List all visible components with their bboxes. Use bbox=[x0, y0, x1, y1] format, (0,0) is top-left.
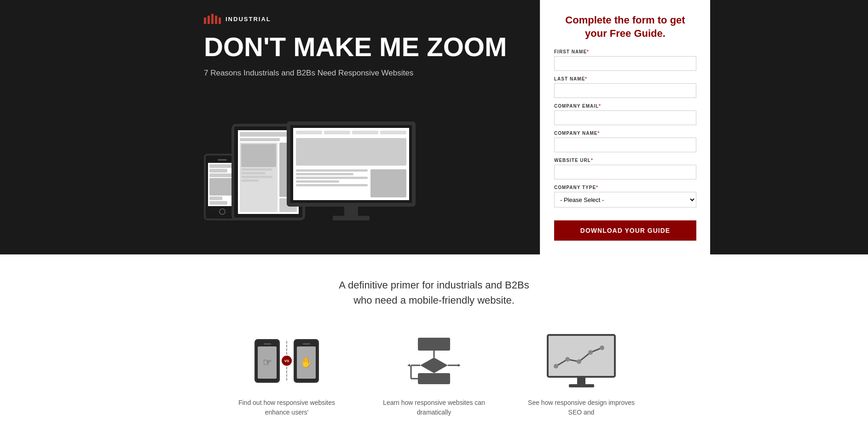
phone-right: ✋ bbox=[294, 339, 319, 383]
svg-rect-0 bbox=[418, 338, 450, 351]
monitor-nav-row bbox=[296, 131, 406, 134]
screen-bar bbox=[209, 173, 232, 177]
company-name-group: COMPANY NAME* bbox=[554, 131, 696, 152]
phone-left: ☞ bbox=[255, 339, 280, 383]
svg-marker-4 bbox=[407, 364, 410, 367]
company-email-input[interactable] bbox=[554, 110, 696, 125]
screen-bar bbox=[209, 201, 227, 205]
svg-point-15 bbox=[600, 346, 604, 350]
features-section: ☞ VS ✋ Find out how responsive we bbox=[0, 312, 868, 436]
svg-point-12 bbox=[565, 357, 570, 362]
screen-bar bbox=[240, 132, 291, 137]
flowchart-icon bbox=[406, 335, 462, 386]
feature-learn-text: Learn how responsive websites can dramat… bbox=[374, 398, 494, 417]
monitor-chart-base bbox=[569, 384, 594, 387]
website-url-group: WEBSITE URL* bbox=[554, 158, 696, 179]
nav-bar bbox=[296, 131, 322, 134]
company-name-label: COMPANY NAME* bbox=[554, 131, 696, 136]
nav-bar bbox=[352, 131, 378, 134]
company-email-label: COMPANY EMAIL* bbox=[554, 104, 696, 109]
logo-bar-5 bbox=[219, 17, 221, 24]
form-title: Complete the form to get your Free Guide… bbox=[554, 14, 696, 40]
first-name-input[interactable] bbox=[554, 56, 696, 71]
download-button[interactable]: DOWNLOAD YOUR GUIDE bbox=[554, 220, 696, 241]
monitor-base bbox=[333, 216, 370, 220]
feature-responsive: ☞ VS ✋ Find out how responsive we bbox=[213, 331, 360, 417]
primer-section: A definitive primer for industrials and … bbox=[0, 254, 868, 312]
screen-bar bbox=[240, 138, 280, 141]
monitor-content-area bbox=[296, 169, 406, 197]
screen-bar bbox=[241, 172, 266, 174]
form-title-line2: your Free Guide. bbox=[585, 28, 665, 39]
screen-bar bbox=[209, 169, 227, 173]
svg-marker-6 bbox=[458, 364, 461, 367]
feature-responsive-icon-area: ☞ VS ✋ bbox=[227, 331, 347, 391]
hero-subtitle: 7 Reasons Industrials and B2Bs Need Resp… bbox=[204, 69, 521, 78]
side-block bbox=[370, 169, 406, 197]
tablet-main-col bbox=[240, 143, 278, 212]
screen-bar bbox=[209, 196, 222, 200]
monitor-chart-container bbox=[547, 334, 616, 387]
nav-bar bbox=[324, 131, 350, 134]
first-name-group: FIRST NAME* bbox=[554, 49, 696, 71]
form-title-line1: Complete the form to get bbox=[565, 14, 685, 26]
finger-icon-right: ✋ bbox=[300, 357, 312, 369]
tablet-image-block bbox=[241, 144, 276, 167]
company-type-select[interactable]: - Please Select - Manufacturer Distribut… bbox=[554, 192, 696, 207]
content-line bbox=[296, 169, 368, 172]
screen-bar bbox=[241, 179, 259, 182]
logo-bar-4 bbox=[215, 16, 217, 24]
feature-learn: Learn how responsive websites can dramat… bbox=[360, 331, 508, 417]
feature-responsive-text: Find out how responsive websites enhance… bbox=[227, 398, 347, 417]
first-name-label: FIRST NAME* bbox=[554, 49, 696, 54]
logo-bar-2 bbox=[208, 16, 210, 24]
nav-bar bbox=[380, 131, 406, 134]
content-line bbox=[296, 184, 368, 186]
monitor-neck bbox=[344, 207, 358, 216]
last-name-group: LAST NAME* bbox=[554, 76, 696, 98]
content-line bbox=[296, 177, 368, 179]
dashed-top bbox=[286, 341, 287, 355]
comparison-divider: VS bbox=[282, 339, 292, 383]
company-type-group: COMPANY TYPE* - Please Select - Manufact… bbox=[554, 185, 696, 207]
monitor-chart-neck bbox=[577, 378, 585, 384]
hero-section: INDUSTRIAL DON'T MAKE ME ZOOM 7 Reasons … bbox=[0, 0, 868, 254]
svg-point-14 bbox=[588, 350, 593, 355]
content-line bbox=[296, 173, 353, 175]
last-name-label: LAST NAME* bbox=[554, 76, 696, 81]
phone-speaker-left bbox=[264, 343, 271, 345]
content-line bbox=[296, 180, 339, 183]
monitor-screen-inner bbox=[293, 128, 409, 200]
monitor-banner bbox=[296, 138, 406, 166]
dashed-bottom bbox=[286, 367, 287, 380]
phone-button bbox=[219, 208, 226, 215]
brand-name: INDUSTRIAL bbox=[226, 16, 271, 23]
hero-title: DON'T MAKE ME ZOOM bbox=[204, 33, 521, 61]
monitor-device bbox=[287, 121, 416, 220]
logo-bar-1 bbox=[204, 17, 206, 24]
website-url-input[interactable] bbox=[554, 165, 696, 179]
phone-screen-right: ✋ bbox=[297, 346, 316, 379]
feature-seo-text: See how responsive design improves SEO a… bbox=[521, 398, 641, 417]
finger-icon-left: ☞ bbox=[263, 357, 272, 369]
primer-text: A definitive primer for industrials and … bbox=[9, 277, 859, 308]
logo-icon bbox=[204, 14, 221, 24]
phone-speaker-right bbox=[303, 343, 310, 345]
logo-bar-3 bbox=[211, 14, 214, 24]
company-name-input[interactable] bbox=[554, 138, 696, 152]
svg-point-13 bbox=[577, 359, 581, 364]
screen-bar bbox=[241, 168, 272, 171]
primer-line1: A definitive primer for industrials and … bbox=[339, 279, 529, 291]
guide-form: FIRST NAME* LAST NAME* COMPANY EMAIL* bbox=[554, 49, 696, 241]
vs-badge: VS bbox=[282, 356, 292, 366]
phone-speaker bbox=[218, 159, 227, 161]
monitor-side bbox=[370, 169, 406, 197]
company-type-label: COMPANY TYPE* bbox=[554, 185, 696, 190]
hero-content: INDUSTRIAL DON'T MAKE ME ZOOM 7 Reasons … bbox=[158, 0, 540, 254]
svg-marker-2 bbox=[420, 357, 448, 373]
last-name-input[interactable] bbox=[554, 83, 696, 98]
feature-seo: See how responsive design improves SEO a… bbox=[508, 331, 655, 417]
website-url-label: WEBSITE URL* bbox=[554, 158, 696, 163]
monitor-screen bbox=[287, 121, 416, 207]
feature-seo-icon-area bbox=[521, 331, 641, 391]
